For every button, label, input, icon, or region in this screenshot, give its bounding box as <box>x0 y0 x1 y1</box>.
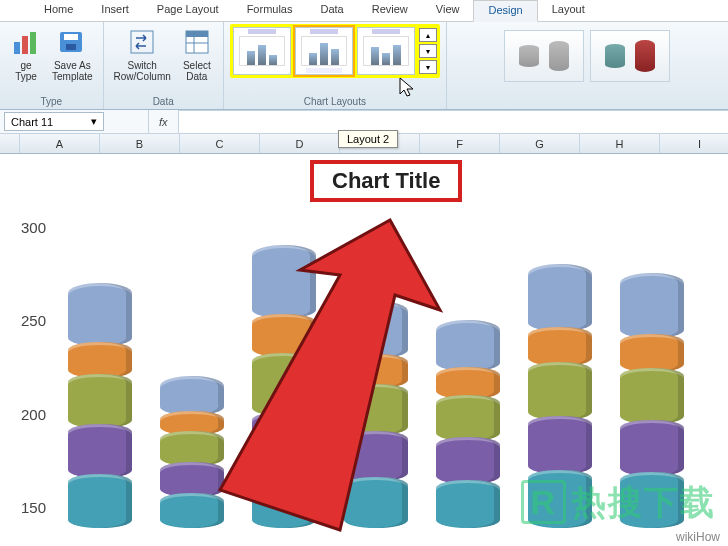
gallery-up-icon[interactable]: ▴ <box>419 28 437 42</box>
select-all-corner[interactable] <box>0 134 20 153</box>
name-box[interactable]: Chart 11 ▾ <box>4 112 104 131</box>
group-type: geType Save AsTemplate Type <box>0 22 104 109</box>
tab-page-layout[interactable]: Page Layout <box>143 0 233 21</box>
layout-option-2[interactable] <box>295 27 353 75</box>
y-tick: 200 <box>21 405 46 422</box>
name-box-value: Chart 11 <box>11 116 53 128</box>
chart-type-icon <box>10 26 42 58</box>
switch-row-column-button[interactable]: SwitchRow/Column <box>110 24 175 84</box>
col-header-B[interactable]: B <box>100 134 180 153</box>
fx-label[interactable]: fx <box>148 110 179 133</box>
gallery-scroll: ▴ ▾ ▾ <box>419 27 437 75</box>
svg-rect-4 <box>64 34 78 40</box>
select-data-icon <box>181 26 213 58</box>
change-chart-type-button[interactable]: geType <box>6 24 46 84</box>
dropdown-icon[interactable]: ▾ <box>91 115 97 128</box>
svg-rect-6 <box>131 31 153 53</box>
col-header-A[interactable]: A <box>20 134 100 153</box>
y-tick: 150 <box>21 499 46 516</box>
chart-title-highlight: Chart Title <box>310 160 462 202</box>
ribbon-tabs: HomeInsertPage LayoutFormulasDataReviewV… <box>0 0 728 22</box>
select-data-button[interactable]: SelectData <box>177 24 217 84</box>
layout-tooltip: Layout 2 <box>338 130 398 148</box>
ribbon: geType Save AsTemplate Type SwitchRow/Co… <box>0 22 728 110</box>
tab-layout[interactable]: Layout <box>538 0 599 21</box>
chart-layouts-highlight: ▴ ▾ ▾ <box>230 24 440 78</box>
group-chart-styles <box>447 22 728 109</box>
col-header-G[interactable]: G <box>500 134 580 153</box>
layout-option-3[interactable] <box>357 27 415 75</box>
tab-review[interactable]: Review <box>358 0 422 21</box>
chart-layouts-gallery: ▴ ▾ ▾ <box>233 27 437 75</box>
col-header-C[interactable]: C <box>180 134 260 153</box>
col-header-I[interactable]: I <box>660 134 728 153</box>
watermark-credit: wikiHow <box>676 530 720 544</box>
svg-rect-5 <box>66 44 76 50</box>
group-label-type: Type <box>40 95 62 109</box>
svg-rect-1 <box>22 36 28 54</box>
chart-title[interactable]: Chart Title <box>332 168 440 193</box>
annotation-arrow-icon <box>190 210 450 540</box>
chart-style-2[interactable] <box>590 30 670 82</box>
chart-style-1[interactable] <box>504 30 584 82</box>
y-tick: 300 <box>21 219 46 236</box>
watermark-logo: R热搜下载 <box>521 480 716 526</box>
gallery-more-icon[interactable]: ▾ <box>419 60 437 74</box>
tab-insert[interactable]: Insert <box>87 0 143 21</box>
group-label-data: Data <box>153 95 174 109</box>
svg-rect-2 <box>30 32 36 54</box>
group-data: SwitchRow/Column SelectData Data <box>104 22 224 109</box>
tab-formulas[interactable]: Formulas <box>233 0 307 21</box>
tab-data[interactable]: Data <box>306 0 357 21</box>
cursor-icon <box>398 76 418 100</box>
layout-option-1[interactable] <box>233 27 291 75</box>
tab-home[interactable]: Home <box>30 0 87 21</box>
formula-input[interactable] <box>179 110 728 133</box>
tab-view[interactable]: View <box>422 0 474 21</box>
svg-rect-8 <box>186 31 208 37</box>
col-header-D[interactable]: D <box>260 134 340 153</box>
svg-rect-0 <box>14 42 20 54</box>
save-as-template-button[interactable]: Save AsTemplate <box>48 24 97 84</box>
bar-1[interactable] <box>68 283 132 524</box>
group-label-layouts: Chart Layouts <box>304 95 366 109</box>
y-tick: 250 <box>21 312 46 329</box>
y-axis: 150200250300 <box>10 234 50 524</box>
save-template-icon <box>56 26 88 58</box>
gallery-down-icon[interactable]: ▾ <box>419 44 437 58</box>
col-header-H[interactable]: H <box>580 134 660 153</box>
col-header-F[interactable]: F <box>420 134 500 153</box>
tab-design[interactable]: Design <box>473 0 537 22</box>
switch-icon <box>126 26 158 58</box>
